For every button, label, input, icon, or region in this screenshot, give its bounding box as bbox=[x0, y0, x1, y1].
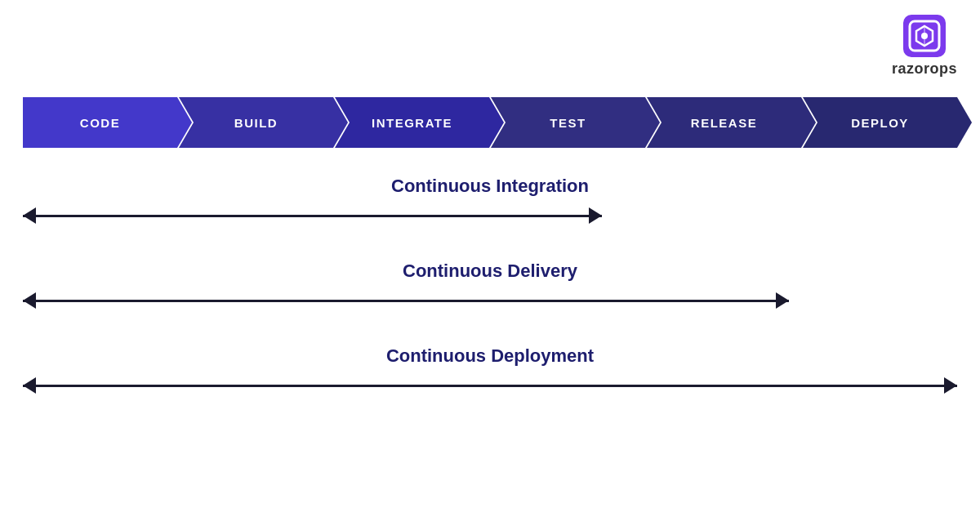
stage-test: TEST bbox=[491, 97, 645, 148]
stage-deploy: DEPLOY bbox=[803, 97, 957, 148]
cd-arrow-right bbox=[776, 292, 789, 309]
cd-arrow-left bbox=[23, 292, 36, 309]
ci-arrow-left bbox=[23, 207, 36, 224]
pipeline-container: CODE BUILD INTEGRATE TEST RELEASE DEPLOY bbox=[23, 94, 957, 151]
cdeploy-arrow-left bbox=[23, 377, 36, 394]
ci-arrow-right bbox=[589, 207, 602, 224]
cdeploy-arrow-right bbox=[944, 377, 957, 394]
ci-arrow-container bbox=[23, 205, 957, 226]
stage-build: BUILD bbox=[179, 97, 333, 148]
ci-row: Continuous Integration bbox=[23, 176, 957, 226]
cdeploy-row: Continuous Deployment bbox=[23, 345, 957, 396]
stage-integrate: INTEGRATE bbox=[335, 97, 489, 148]
razorops-logo-icon bbox=[903, 15, 946, 57]
cdeploy-arrow-line bbox=[23, 385, 957, 387]
cd-arrow-line bbox=[23, 300, 789, 302]
ci-arrow-line bbox=[23, 215, 602, 217]
cd-arrow-container bbox=[23, 290, 957, 311]
logo-text: razorops bbox=[892, 60, 957, 78]
cd-row: Continuous Delivery bbox=[23, 261, 957, 311]
cd-label: Continuous Delivery bbox=[23, 261, 957, 282]
arrows-section: Continuous Integration Continuous Delive… bbox=[23, 176, 957, 430]
cdeploy-arrow-container bbox=[23, 375, 957, 396]
stage-code: CODE bbox=[23, 97, 177, 148]
stage-release: RELEASE bbox=[647, 97, 801, 148]
cdeploy-label: Continuous Deployment bbox=[23, 345, 957, 367]
logo-container: razorops bbox=[892, 15, 957, 78]
ci-label: Continuous Integration bbox=[23, 176, 957, 197]
